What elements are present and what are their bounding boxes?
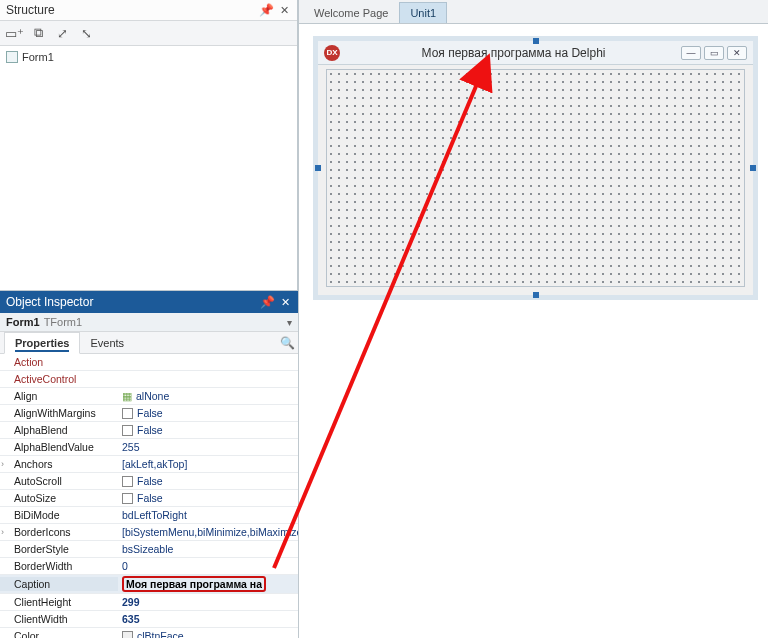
search-icon[interactable]: 🔍	[280, 336, 294, 350]
children-icon[interactable]: ⧉	[30, 25, 46, 41]
property-row-autosize[interactable]: AutoSizeFalse	[0, 490, 298, 507]
property-name: Action	[0, 355, 118, 369]
collapse-icon[interactable]: ⤡	[78, 25, 94, 41]
property-value[interactable]: False	[118, 491, 298, 505]
property-value[interactable]: bdLeftToRight	[118, 508, 298, 522]
structure-title: Structure	[6, 3, 55, 17]
tree-item-label: Form1	[22, 51, 54, 63]
property-value[interactable]: False	[118, 423, 298, 437]
close-icon[interactable]: ✕	[278, 295, 292, 309]
object-inspector-panel: Object Inspector 📌 ✕ Form1 TForm1 ▾ Prop…	[0, 290, 298, 638]
property-row-borderwidth[interactable]: BorderWidth0	[0, 558, 298, 575]
tab-properties[interactable]: Properties	[4, 332, 80, 354]
checkbox-icon[interactable]	[122, 425, 133, 436]
align-icon: ▦	[122, 390, 132, 402]
property-row-borderstyle[interactable]: BorderStylebsSizeable	[0, 541, 298, 558]
property-grid[interactable]: ActionActiveControlAlign▦alNoneAlignWith…	[0, 354, 298, 638]
property-name: Color	[0, 629, 118, 638]
object-selector[interactable]: Form1 TForm1 ▾	[0, 313, 298, 332]
structure-toolbar: ▭⁺ ⧉ ⤢ ⤡	[0, 20, 297, 46]
form-client-area[interactable]	[326, 69, 745, 287]
checkbox-icon[interactable]	[122, 408, 133, 419]
property-name: AlignWithMargins	[0, 406, 118, 420]
property-name: ClientWidth	[0, 612, 118, 626]
property-value[interactable]: clBtnFace	[118, 629, 298, 638]
property-name: ›Anchors	[0, 457, 118, 471]
property-value[interactable]: 255	[118, 440, 298, 454]
checkbox-icon[interactable]	[122, 476, 133, 487]
property-name: BiDiMode	[0, 508, 118, 522]
tab-welcome-page[interactable]: Welcome Page	[303, 2, 399, 23]
property-row-bidimode[interactable]: BiDiModebdLeftToRight	[0, 507, 298, 524]
property-name: AlphaBlend	[0, 423, 118, 437]
pin-icon[interactable]: 📌	[260, 295, 274, 309]
inspector-tabs: Properties Events 🔍	[0, 332, 298, 354]
property-row-autoscroll[interactable]: AutoScrollFalse	[0, 473, 298, 490]
property-name: AutoSize	[0, 491, 118, 505]
property-value[interactable]: 0	[118, 559, 298, 573]
chevron-down-icon[interactable]: ▾	[287, 317, 292, 328]
property-value[interactable]: 299	[118, 595, 298, 609]
property-row-clientwidth[interactable]: ClientWidth635	[0, 611, 298, 628]
property-name: BorderWidth	[0, 559, 118, 573]
design-form[interactable]: DX Моя первая программа на Delphi — ▭ ✕	[317, 40, 754, 296]
maximize-icon[interactable]: ▭	[704, 46, 724, 60]
checkbox-icon[interactable]	[122, 493, 133, 504]
resize-handle[interactable]	[750, 165, 756, 171]
property-value[interactable]: [biSystemMenu,biMinimize,biMaximize]	[118, 525, 298, 539]
property-name: Align	[0, 389, 118, 403]
expand-icon[interactable]: ›	[1, 459, 4, 469]
property-row-activecontrol[interactable]: ActiveControl	[0, 371, 298, 388]
property-row-bordericons[interactable]: ›BorderIcons[biSystemMenu,biMinimize,biM…	[0, 524, 298, 541]
resize-handle[interactable]	[533, 292, 539, 298]
property-value[interactable]: False	[118, 406, 298, 420]
property-name: Caption	[0, 577, 118, 591]
property-row-action[interactable]: Action	[0, 354, 298, 371]
close-icon[interactable]: ✕	[277, 3, 291, 17]
color-swatch	[122, 631, 133, 639]
tab-events[interactable]: Events	[80, 333, 134, 353]
property-value[interactable]: bsSizeable	[118, 542, 298, 556]
property-value[interactable]	[118, 361, 298, 363]
property-row-caption[interactable]: Caption	[0, 575, 298, 594]
property-value[interactable]: 635	[118, 612, 298, 626]
property-name: BorderStyle	[0, 542, 118, 556]
property-row-align[interactable]: Align▦alNone	[0, 388, 298, 405]
tree-item-form1[interactable]: Form1	[4, 50, 293, 64]
property-name: AlphaBlendValue	[0, 440, 118, 454]
document-tabs: Welcome Page Unit1	[299, 0, 768, 24]
pin-icon[interactable]: 📌	[259, 3, 273, 17]
object-inspector-title-bar: Object Inspector 📌 ✕	[0, 291, 298, 313]
object-name: Form1	[6, 316, 40, 328]
property-value[interactable]	[118, 575, 298, 593]
property-row-alphablendvalue[interactable]: AlphaBlendValue255	[0, 439, 298, 456]
property-value[interactable]: False	[118, 474, 298, 488]
property-row-alphablend[interactable]: AlphaBlendFalse	[0, 422, 298, 439]
property-row-alignwithmargins[interactable]: AlignWithMarginsFalse	[0, 405, 298, 422]
form-designer[interactable]: DX Моя первая программа на Delphi — ▭ ✕	[299, 24, 768, 638]
tab-unit1[interactable]: Unit1	[399, 2, 447, 23]
property-row-clientheight[interactable]: ClientHeight299	[0, 594, 298, 611]
property-row-color[interactable]: ColorclBtnFace	[0, 628, 298, 638]
expand-icon[interactable]: ›	[1, 527, 4, 537]
object-inspector-title: Object Inspector	[6, 295, 93, 309]
minimize-icon[interactable]: —	[681, 46, 701, 60]
property-value[interactable]	[118, 378, 298, 380]
object-class: TForm1	[44, 316, 83, 328]
expand-icon[interactable]: ⤢	[54, 25, 70, 41]
structure-title-bar: Structure 📌 ✕	[0, 0, 297, 20]
structure-tree[interactable]: Form1	[0, 46, 297, 290]
resize-handle[interactable]	[315, 165, 321, 171]
new-form-icon[interactable]: ▭⁺	[6, 25, 22, 41]
property-value[interactable]: ▦alNone	[118, 389, 298, 403]
close-window-icon[interactable]: ✕	[727, 46, 747, 60]
caption-edit-highlight	[122, 576, 266, 592]
form-caption: Моя первая программа на Delphi	[346, 46, 681, 60]
caption-input[interactable]	[126, 578, 262, 590]
property-value[interactable]: [akLeft,akTop]	[118, 457, 298, 471]
resize-handle[interactable]	[533, 38, 539, 44]
property-row-anchors[interactable]: ›Anchors[akLeft,akTop]	[0, 456, 298, 473]
property-name: ActiveControl	[0, 372, 118, 386]
property-name: ›BorderIcons	[0, 525, 118, 539]
property-name: ClientHeight	[0, 595, 118, 609]
